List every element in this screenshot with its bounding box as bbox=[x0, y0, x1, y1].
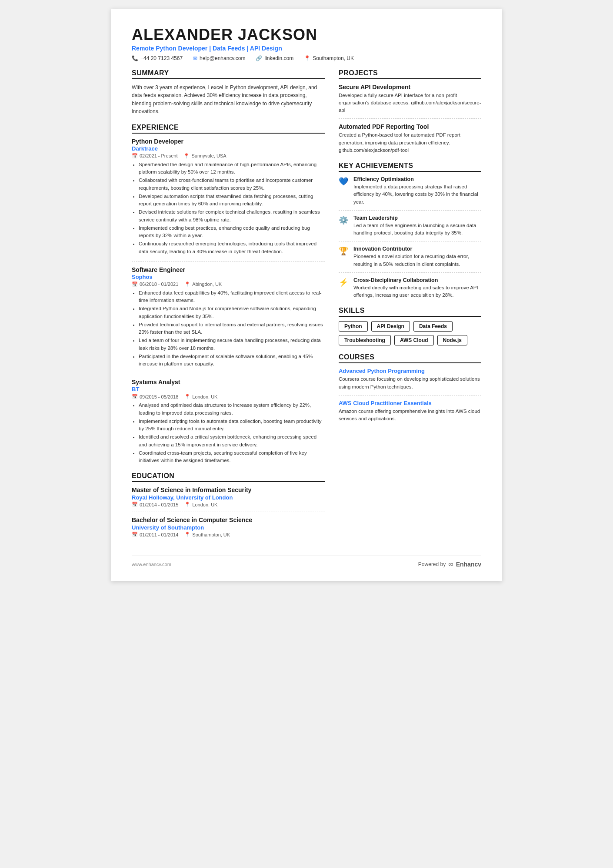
project-1-desc: Developed a fully secure API interface f… bbox=[339, 92, 481, 114]
experience-section: EXPERIENCE Python Developer Darktrace 📅 … bbox=[132, 124, 325, 465]
candidate-title: Remote Python Developer | Data Feeds | A… bbox=[132, 45, 481, 52]
edu-1: Master of Science in Information Securit… bbox=[132, 486, 325, 507]
achievement-1-title: Efficiency Optimisation bbox=[353, 176, 481, 182]
project-2: Automated PDF Reporting Tool Created a P… bbox=[339, 123, 481, 154]
divider bbox=[339, 395, 481, 395]
achievements-title: KEY ACHIEVEMENTS bbox=[339, 162, 481, 172]
footer-website: www.enhancv.com bbox=[132, 562, 171, 567]
job-1-bullets: Spearheaded the design and maintenance o… bbox=[132, 161, 325, 255]
job-3-location: 📍 London, UK bbox=[184, 394, 217, 399]
job-2: Software Engineer Sophos 📅 06/2018 - 01/… bbox=[132, 266, 325, 368]
summary-section: SUMMARY With over 3 years of experience,… bbox=[132, 69, 325, 116]
courses-title: COURSES bbox=[339, 353, 481, 363]
achievement-3-title: Innovation Contributor bbox=[353, 246, 481, 252]
contact-phone: 📞 +44 20 7123 4567 bbox=[132, 55, 183, 61]
edu-1-location: 📍 London, UK bbox=[184, 502, 217, 507]
brand-name: Enhancv bbox=[456, 561, 481, 568]
list-item: Devised intricate solutions for complex … bbox=[139, 208, 325, 224]
contact-linkedin: 🔗 linkedin.com bbox=[256, 55, 293, 61]
achievement-2-desc: Led a team of five engineers in launchin… bbox=[353, 222, 481, 237]
skill-python: Python bbox=[339, 321, 368, 332]
skills-grid: Python API Design Data Feeds Troubleshoo… bbox=[339, 321, 481, 345]
achievement-2: ⚙️ Team Leadership Led a team of five en… bbox=[339, 215, 481, 237]
list-item: Implemented scripting tools to automate … bbox=[139, 418, 325, 433]
job-1: Python Developer Darktrace 📅 02/2021 - P… bbox=[132, 138, 325, 255]
skills-title: SKILLS bbox=[339, 307, 481, 317]
edu-1-school: Royal Holloway, University of London bbox=[132, 494, 325, 501]
calendar-icon: 📅 bbox=[132, 532, 138, 537]
loc-icon: 📍 bbox=[184, 532, 190, 537]
course-1-desc: Coursera course focusing on developing s… bbox=[339, 375, 481, 391]
powered-by-text: Powered by bbox=[418, 561, 446, 567]
footer-brand: Powered by ∞ Enhancv bbox=[418, 560, 481, 568]
achievement-3-desc: Pioneered a novel solution for a recurri… bbox=[353, 253, 481, 268]
projects-title: PROJECTS bbox=[339, 69, 481, 79]
achievement-1-desc: Implemented a data processing strategy t… bbox=[353, 183, 481, 206]
contact-email: ✉ help@enhancv.com bbox=[193, 55, 245, 61]
course-1: Advanced Python Programming Coursera cou… bbox=[339, 368, 481, 391]
edu-1-degree: Master of Science in Information Securit… bbox=[132, 486, 325, 493]
divider bbox=[339, 118, 481, 119]
skill-aws-cloud: AWS Cloud bbox=[394, 335, 434, 345]
trophy-icon: 🏆 bbox=[339, 246, 349, 268]
edu-2-school: University of Southampton bbox=[132, 524, 325, 531]
job-1-location: 📍 Sunnyvale, USA bbox=[183, 153, 226, 159]
edu-1-period: 📅 01/2014 - 01/2015 bbox=[132, 502, 178, 507]
achievement-3: 🏆 Innovation Contributor Pioneered a nov… bbox=[339, 246, 481, 268]
job-3: Systems Analyst BT 📅 09/2015 - 05/2018 📍… bbox=[132, 379, 325, 464]
project-2-title: Automated PDF Reporting Tool bbox=[339, 123, 481, 130]
candidate-name: ALEXANDER JACKSON bbox=[132, 26, 481, 44]
achievement-4: ⚡ Cross-Disciplinary Collaboration Worke… bbox=[339, 277, 481, 299]
calendar-icon: 📅 bbox=[132, 282, 138, 287]
divider bbox=[132, 261, 325, 262]
resume-footer: www.enhancv.com Powered by ∞ Enhancv bbox=[132, 556, 481, 568]
list-item: Collaborated with cross-functional teams… bbox=[139, 177, 325, 192]
edu-2-degree: Bachelor of Science in Computer Science bbox=[132, 516, 325, 523]
edu-2-location: 📍 Southampton, UK bbox=[184, 532, 230, 537]
project-2-desc: Created a Python-based tool for automate… bbox=[339, 131, 481, 154]
email-icon: ✉ bbox=[193, 55, 197, 61]
achievement-1-content: Efficiency Optimisation Implemented a da… bbox=[353, 176, 481, 206]
loc-icon: 📍 bbox=[183, 153, 190, 159]
edu-2-period: 📅 01/2011 - 01/2014 bbox=[132, 532, 178, 537]
skill-nodejs: Node.js bbox=[437, 335, 467, 345]
achievement-2-title: Team Leadership bbox=[353, 215, 481, 221]
linkedin-text: linkedin.com bbox=[264, 55, 293, 61]
job-2-meta: 📅 06/2018 - 01/2021 📍 Abingdon, UK bbox=[132, 282, 325, 287]
lightning-icon: ⚡ bbox=[339, 277, 349, 299]
list-item: Integrated Python and Node.js for compre… bbox=[139, 305, 325, 320]
calendar-icon: 📅 bbox=[132, 394, 138, 399]
phone-text: +44 20 7123 4567 bbox=[140, 55, 183, 61]
list-item: Enhanced data feed capabilities by 40%, … bbox=[139, 289, 325, 305]
achievement-4-desc: Worked directly with marketing and sales… bbox=[353, 284, 481, 299]
course-2-title: AWS Cloud Practitioner Essentials bbox=[339, 400, 481, 406]
linkedin-icon: 🔗 bbox=[256, 55, 262, 61]
loc-icon: 📍 bbox=[184, 282, 190, 287]
email-text: help@enhancv.com bbox=[200, 55, 245, 61]
achievement-1: 💙 Efficiency Optimisation Implemented a … bbox=[339, 176, 481, 206]
list-item: Identified and resolved a critical syste… bbox=[139, 433, 325, 449]
gear-icon: ⚙️ bbox=[339, 215, 349, 237]
calendar-icon: 📅 bbox=[132, 502, 138, 507]
list-item: Developed automation scripts that stream… bbox=[139, 193, 325, 208]
job-3-title: Systems Analyst bbox=[132, 379, 325, 385]
job-2-location: 📍 Abingdon, UK bbox=[184, 282, 222, 287]
course-2-desc: Amazon course offering comprehensive ins… bbox=[339, 408, 481, 423]
job-2-period: 📅 06/2018 - 01/2021 bbox=[132, 282, 178, 287]
skill-api-design: API Design bbox=[371, 321, 410, 332]
job-2-title: Software Engineer bbox=[132, 266, 325, 273]
job-1-company: Darktrace bbox=[132, 145, 325, 152]
divider bbox=[132, 512, 325, 512]
heart-icon: 💙 bbox=[339, 176, 349, 206]
loc-icon: 📍 bbox=[184, 502, 190, 507]
location-icon: 📍 bbox=[304, 55, 310, 61]
list-item: Spearheaded the design and maintenance o… bbox=[139, 161, 325, 176]
right-column: PROJECTS Secure API Development Develope… bbox=[339, 69, 481, 546]
contact-info: 📞 +44 20 7123 4567 ✉ help@enhancv.com 🔗 … bbox=[132, 55, 481, 61]
project-1-title: Secure API Development bbox=[339, 84, 481, 90]
job-3-meta: 📅 09/2015 - 05/2018 📍 London, UK bbox=[132, 394, 325, 399]
achievement-2-content: Team Leadership Led a team of five engin… bbox=[353, 215, 481, 237]
job-1-meta: 📅 02/2021 - Present 📍 Sunnyvale, USA bbox=[132, 153, 325, 159]
location-text: Southampton, UK bbox=[313, 55, 354, 61]
columns-container: SUMMARY With over 3 years of experience,… bbox=[132, 69, 481, 546]
